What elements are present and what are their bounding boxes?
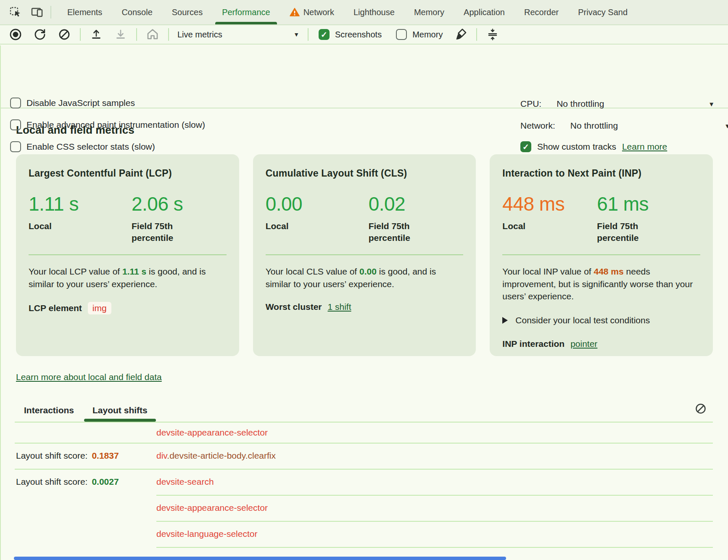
shift-score: Layout shift score: 0.0027 xyxy=(16,477,119,487)
memory-checkbox-row[interactable]: Memory xyxy=(396,29,443,40)
layout-shift-row[interactable]: devsite-language-selector xyxy=(16,521,713,547)
disable-js-samples-checkbox[interactable] xyxy=(10,98,21,108)
inp-card-title: Interaction to Next Paint (INP) xyxy=(502,168,700,179)
lcp-card-title: Largest Contentful Paint (LCP) xyxy=(29,168,227,179)
chevron-down-icon: ▼ xyxy=(708,100,715,108)
lcp-card: Largest Contentful Paint (LCP) 1.11 s Lo… xyxy=(16,154,239,356)
card-divider xyxy=(29,254,227,255)
warning-icon xyxy=(290,7,300,17)
lcp-field-value: 2.06 s xyxy=(132,193,227,215)
inp-card: Interaction to Next Paint (INP) 448 ms L… xyxy=(490,154,713,356)
inp-interaction-label: INP interaction xyxy=(502,339,564,349)
layout-shift-rows: devsite-appearance-selector Layout shift… xyxy=(16,423,713,560)
tab-application[interactable]: Application xyxy=(464,0,505,24)
collapse-sections-icon[interactable] xyxy=(485,27,500,42)
shift-element-link[interactable]: devsite-appearance-selector xyxy=(156,503,268,513)
toolbar-divider xyxy=(80,28,81,41)
advanced-paint-checkbox[interactable] xyxy=(10,119,21,130)
layout-shift-row[interactable]: Layout shift score: 0.0027 devsite-searc… xyxy=(16,469,713,495)
clear-icon[interactable] xyxy=(57,27,71,42)
capture-settings: Disable JavaScript samples Enable advanc… xyxy=(1,45,728,108)
reload-record-icon[interactable] xyxy=(33,27,47,42)
shift-element-link[interactable]: devsite-search xyxy=(156,477,214,487)
performance-toolbar: Live metrics ▼ ✓ Screenshots Memory xyxy=(0,25,728,45)
live-metrics-view: Local and field metrics Largest Contentf… xyxy=(1,124,728,560)
toolbar-divider xyxy=(168,28,169,41)
card-divider xyxy=(266,254,464,255)
performance-panel-body: Disable JavaScript samples Enable advanc… xyxy=(0,45,728,560)
memory-checkbox[interactable] xyxy=(396,29,407,40)
chevron-down-icon: ▼ xyxy=(724,122,728,129)
toolbar-divider xyxy=(308,28,309,41)
cls-field-value: 0.02 xyxy=(369,193,464,215)
clear-log-icon[interactable] xyxy=(694,402,707,415)
cls-description: Your local CLS value of 0.00 is good, an… xyxy=(266,265,464,291)
tab-interactions[interactable]: Interactions xyxy=(24,399,74,422)
lcp-local-block: 1.11 s Local xyxy=(29,193,132,244)
inp-local-value: 448 ms xyxy=(502,193,597,215)
inp-field-block: 61 ms Field 75th percentile xyxy=(597,193,700,244)
record-button[interactable] xyxy=(8,27,23,42)
network-throttling-select[interactable]: Network: No throttling ▼ xyxy=(520,119,728,132)
shift-score: Layout shift score: 0.1837 xyxy=(16,451,119,461)
lcp-field-block: 2.06 s Field 75th percentile xyxy=(132,193,227,244)
inp-description: Your local INP value of 448 ms needs imp… xyxy=(502,265,700,303)
cls-local-value: 0.00 xyxy=(266,193,369,215)
device-toolbar-icon[interactable] xyxy=(30,5,45,19)
horizontal-scrollbar[interactable] xyxy=(14,557,506,560)
tab-layout-shifts[interactable]: Layout shifts xyxy=(92,399,148,422)
cls-field-block: 0.02 Field 75th percentile xyxy=(369,193,464,244)
inp-interaction-link[interactable]: pointer xyxy=(570,339,597,349)
tab-recorder[interactable]: Recorder xyxy=(524,0,559,24)
card-divider xyxy=(502,254,700,255)
shift-element-link[interactable]: devsite-language-selector xyxy=(156,529,257,539)
tab-privacy-sandbox[interactable]: Privacy Sand xyxy=(578,0,628,24)
worst-cluster-link[interactable]: 1 shift xyxy=(328,302,351,312)
chevron-down-icon: ▼ xyxy=(293,31,299,38)
shift-element-link[interactable]: devsite-appearance-selector xyxy=(156,428,268,438)
learn-more-field-data-link[interactable]: Learn more about local and field data xyxy=(16,372,162,382)
interactions-log: Interactions Layout shifts devsite-appea… xyxy=(16,399,713,560)
layout-shift-row[interactable]: Layout shift score: 0.1837 div.devsite-a… xyxy=(16,443,713,469)
tab-sources[interactable]: Sources xyxy=(172,0,203,24)
toolbar-divider xyxy=(136,28,137,41)
advanced-paint-row[interactable]: Enable advanced paint instrumentation (s… xyxy=(10,119,205,130)
lcp-element-label: LCP element xyxy=(29,303,82,313)
layout-shift-row[interactable]: devsite-appearance-selector xyxy=(16,423,713,443)
screenshots-checkbox-row[interactable]: ✓ Screenshots xyxy=(319,29,382,40)
download-profile-icon[interactable] xyxy=(113,27,128,42)
lcp-description: Your local LCP value of 1.11 s is good, … xyxy=(29,265,227,291)
cls-card: Cumulative Layout Shift (CLS) 0.00 Local… xyxy=(253,154,476,356)
tab-elements[interactable]: Elements xyxy=(67,0,102,24)
cpu-throttling-select[interactable]: CPU: No throttling ▼ xyxy=(520,98,715,110)
devtools-tab-bar: Elements Console Sources Performance Net… xyxy=(0,0,728,25)
worst-cluster-label: Worst cluster xyxy=(266,302,322,312)
css-selector-stats-row[interactable]: Enable CSS selector stats (slow) xyxy=(10,141,155,152)
tab-performance[interactable]: Performance xyxy=(222,0,270,24)
lcp-local-value: 1.11 s xyxy=(29,193,132,215)
live-metrics-dropdown[interactable]: Live metrics ▼ xyxy=(177,30,299,40)
upload-profile-icon[interactable] xyxy=(89,27,103,42)
toolbar-divider xyxy=(476,28,477,41)
home-icon[interactable] xyxy=(145,27,160,42)
local-test-conditions-expander[interactable]: Consider your local test conditions xyxy=(502,315,700,325)
show-custom-tracks-row[interactable]: ✓ Show custom tracks Learn more xyxy=(520,141,667,152)
tab-console[interactable]: Console xyxy=(121,0,152,24)
inspect-element-icon[interactable] xyxy=(8,5,23,19)
shift-element-link[interactable]: div.devsite-article-body.clearfix xyxy=(156,451,276,461)
layout-shift-row[interactable]: devsite-appearance-selector xyxy=(16,495,713,521)
expand-triangle-icon xyxy=(502,317,508,324)
tab-memory[interactable]: Memory xyxy=(414,0,444,24)
learn-more-link[interactable]: Learn more xyxy=(622,142,667,152)
show-custom-tracks-checkbox[interactable]: ✓ xyxy=(520,141,531,152)
disable-js-samples-row[interactable]: Disable JavaScript samples xyxy=(10,98,135,108)
lcp-element-node-link[interactable]: img xyxy=(88,302,111,314)
screenshots-checkbox[interactable]: ✓ xyxy=(319,29,330,40)
css-selector-stats-checkbox[interactable] xyxy=(10,141,21,152)
cls-local-block: 0.00 Local xyxy=(266,193,369,244)
tab-lighthouse[interactable]: Lighthouse xyxy=(353,0,395,24)
cls-card-title: Cumulative Layout Shift (CLS) xyxy=(266,168,464,179)
tab-network[interactable]: Network xyxy=(290,0,334,24)
gc-brush-icon[interactable] xyxy=(454,27,468,42)
inp-local-block: 448 ms Local xyxy=(502,193,597,244)
